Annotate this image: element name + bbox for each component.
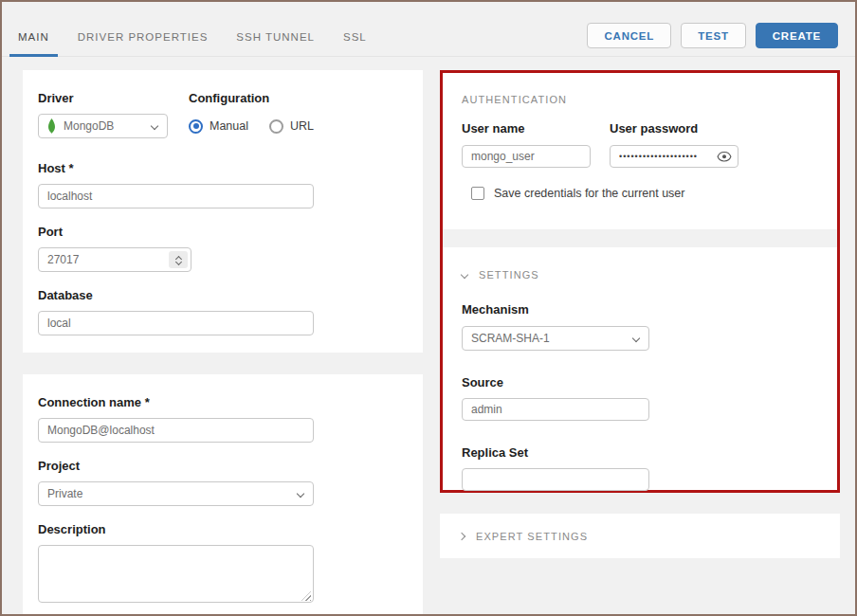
project-label: Project <box>38 459 408 473</box>
mechanism-select-value: SCRAM-SHA-1 <box>471 332 550 345</box>
mechanism-select[interactable]: SCRAM-SHA-1 <box>462 326 649 351</box>
settings-collapser[interactable]: SETTINGS <box>462 269 818 281</box>
radio-url-label: URL <box>290 119 314 133</box>
test-button[interactable]: TEST <box>681 23 746 48</box>
radio-selected-icon <box>189 119 203 134</box>
description-field-group: Description <box>38 522 408 607</box>
user-name-field-group: User name <box>462 121 591 168</box>
create-button[interactable]: CREATE <box>756 23 838 48</box>
source-label: Source <box>462 375 818 390</box>
configuration-field-group: Configuration Manual URL <box>189 91 314 145</box>
chevron-right-icon <box>458 532 465 539</box>
expert-settings-title: EXPERT SETTINGS <box>476 531 588 542</box>
driver-label: Driver <box>38 91 168 105</box>
expert-settings-card: EXPERT SETTINGS <box>440 514 840 558</box>
connection-name-field-group: Connection name * <box>38 395 408 443</box>
port-label: Port <box>38 225 408 239</box>
configuration-label: Configuration <box>189 91 314 105</box>
mongodb-leaf-icon <box>47 118 56 134</box>
authentication-section: AUTHENTICATION User name User password <box>443 73 837 229</box>
eye-icon[interactable] <box>717 151 732 163</box>
checkbox-unchecked-icon[interactable] <box>471 187 484 200</box>
save-credentials-checkbox-row[interactable]: Save credentials for the current user <box>471 187 818 200</box>
description-textarea[interactable] <box>38 545 314 603</box>
port-stepper[interactable] <box>169 251 188 268</box>
driver-select[interactable]: MongoDB <box>38 114 168 138</box>
source-input[interactable] <box>462 398 649 421</box>
host-field-group: Host * <box>38 161 408 208</box>
user-password-label: User password <box>610 121 738 136</box>
chevron-down-icon <box>297 490 304 498</box>
connection-name-input[interactable] <box>38 418 314 443</box>
tab-bar: MAIN DRIVER PROPERTIES SSH TUNNEL SSL <box>9 19 387 57</box>
mechanism-label: Mechanism <box>462 302 818 317</box>
connection-name-label: Connection name * <box>38 395 408 409</box>
user-password-field-group: User password <box>610 121 738 168</box>
configuration-radio-group: Manual URL <box>189 114 314 138</box>
tab-ssh-tunnel[interactable]: SSH TUNNEL <box>228 19 323 57</box>
connection-identity-card: Connection name * Project Private Descri… <box>23 374 423 614</box>
radio-manual-label: Manual <box>210 119 248 133</box>
replica-set-label: Replica Set <box>462 445 818 460</box>
connection-settings-card: Driver MongoDB Configuration Manual <box>23 70 423 353</box>
driver-field-group: Driver MongoDB <box>38 91 168 138</box>
connection-dialog: MAIN DRIVER PROPERTIES SSH TUNNEL SSL CA… <box>0 0 857 616</box>
chevron-down-icon <box>151 122 158 130</box>
cancel-button[interactable]: CANCEL <box>587 23 671 48</box>
radio-manual[interactable]: Manual <box>189 119 248 134</box>
project-select[interactable]: Private <box>38 481 314 506</box>
authentication-highlight-panel: AUTHENTICATION User name User password <box>440 70 840 493</box>
user-name-input[interactable] <box>462 145 591 168</box>
tab-ssl[interactable]: SSL <box>335 19 375 57</box>
settings-section: SETTINGS Mechanism SCRAM-SHA-1 Source Re… <box>443 247 837 491</box>
driver-select-value: MongoDB <box>64 119 114 133</box>
radio-unselected-icon <box>269 119 283 134</box>
expert-settings-collapser[interactable]: EXPERT SETTINGS <box>459 531 588 542</box>
database-input[interactable] <box>38 311 314 335</box>
host-label: Host * <box>38 161 408 175</box>
description-label: Description <box>38 522 408 536</box>
database-field-group: Database <box>38 288 408 335</box>
section-divider <box>443 229 837 247</box>
dialog-header: MAIN DRIVER PROPERTIES SSH TUNNEL SSL CA… <box>2 2 855 57</box>
authentication-title: AUTHENTICATION <box>462 94 818 105</box>
project-select-value: Private <box>47 487 82 500</box>
tab-driver-properties[interactable]: DRIVER PROPERTIES <box>69 19 217 57</box>
settings-title: SETTINGS <box>479 269 539 281</box>
tab-main[interactable]: MAIN <box>9 19 58 57</box>
host-input[interactable] <box>38 184 314 208</box>
replica-set-input[interactable] <box>462 468 649 491</box>
chevron-down-icon <box>632 335 640 342</box>
project-field-group: Project Private <box>38 459 408 506</box>
database-label: Database <box>38 288 408 302</box>
header-actions: CANCEL TEST CREATE <box>587 23 838 48</box>
stepper-down-icon <box>174 259 181 265</box>
radio-url[interactable]: URL <box>269 119 314 134</box>
save-credentials-label: Save credentials for the current user <box>494 187 685 200</box>
user-name-label: User name <box>462 121 591 136</box>
chevron-down-icon <box>461 271 468 279</box>
port-field-group: Port <box>38 225 408 272</box>
